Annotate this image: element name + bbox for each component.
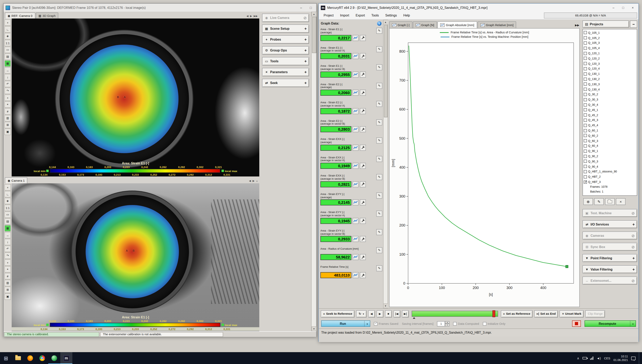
undo-icon[interactable]: ↶ [4, 81, 11, 87]
more-tabs-icon[interactable]: ▶▶ [575, 24, 579, 28]
point-filtering-button[interactable]: ▼ Point Filtering + [582, 254, 637, 262]
edit-value-button[interactable]: ✎ [376, 64, 382, 70]
project-checkbox[interactable] [584, 31, 587, 34]
tile-windows-icon[interactable]: ⊞ [4, 286, 11, 293]
project-checkbox[interactable] [584, 129, 587, 132]
project-checkbox[interactable] [584, 175, 587, 178]
project-checkbox[interactable] [584, 67, 587, 70]
crosshair-icon[interactable]: ⌖ [4, 101, 11, 108]
project-item[interactable]: Q_105_3 [584, 40, 637, 46]
dropdown-arrow-icon[interactable]: ▾ [630, 321, 636, 326]
project-checkbox[interactable] [584, 36, 587, 40]
chrome-button[interactable] [36, 352, 48, 364]
clock[interactable]: 10:11 01.06.2021 [614, 354, 628, 362]
parameters-button[interactable]: × Parameters + [262, 68, 309, 76]
delete-project-button[interactable]: × [616, 198, 626, 205]
project-checkbox[interactable] [584, 98, 587, 101]
flip-vertical-icon[interactable]: ↕ [4, 239, 11, 245]
maximize-button[interactable]: □ [306, 4, 316, 11]
redo-icon[interactable]: ↷ [4, 252, 11, 259]
project-checkbox[interactable] [584, 134, 587, 137]
recompute-button[interactable]: Recompute ▾ [584, 320, 636, 327]
edit-project-button[interactable]: ✎ [594, 198, 604, 205]
edit-value-button[interactable]: ✎ [376, 211, 382, 217]
edit-value-button[interactable]: ✎ [376, 28, 382, 34]
project-item[interactable]: Q_120_2 [584, 56, 637, 61]
table-icon[interactable]: ▥ [4, 115, 11, 122]
add-probe-icon[interactable]: + [4, 259, 11, 266]
edit-value-button[interactable]: ✎ [376, 82, 382, 89]
flip-horizontal-icon[interactable]: ↔ [4, 232, 11, 238]
edit-value-button[interactable]: ✎ [376, 101, 382, 107]
plot-toggle-button[interactable] [352, 108, 358, 114]
plot-toggle-button[interactable] [352, 71, 358, 78]
saving-interval-stepper[interactable]: 1 ▲ ▼ [437, 321, 450, 326]
project-item[interactable]: Q_120_4 [584, 66, 637, 71]
value-settings-button[interactable] [360, 272, 366, 278]
seek-button[interactable]: ⇄ Seek + [262, 79, 309, 87]
project-checkbox[interactable] [584, 78, 587, 80]
project-checkbox[interactable] [584, 139, 587, 142]
firefox-button[interactable] [24, 352, 36, 364]
snapshot-icon[interactable]: ▣ [4, 129, 11, 135]
flip-vertical-icon[interactable]: ↕ [4, 74, 11, 80]
project-checkbox[interactable] [584, 144, 587, 148]
unset-mark-button[interactable]: × Unset Mark [560, 310, 584, 317]
menu-item[interactable]: Project [320, 12, 337, 19]
clip-range-button[interactable]: Clip Range [585, 310, 605, 317]
project-item[interactable]: Q_30_2 [584, 92, 637, 97]
project-item[interactable]: Q_30_3 [584, 97, 637, 102]
mercury-taskbar-button[interactable]: m [60, 352, 72, 364]
edit-value-button[interactable]: ✎ [376, 138, 382, 144]
table-icon[interactable]: ▥ [4, 280, 11, 286]
scrollbar-thumb[interactable] [384, 25, 387, 118]
notification-icon[interactable] [631, 356, 636, 360]
edit-value-button[interactable]: ✎ [376, 192, 382, 198]
graph-tab[interactable]: Graph [-] [389, 21, 412, 28]
redo-icon[interactable]: ↷ [4, 88, 11, 94]
graph-data-scrollbar[interactable]: ▲ ▼ [383, 20, 388, 308]
project-item[interactable]: Q_30_4 [584, 102, 637, 107]
dropdown-arrow-icon[interactable]: ▾ [364, 321, 370, 326]
measure-icon[interactable]: ∟ [4, 26, 11, 32]
record-button[interactable] [572, 320, 581, 327]
edit-value-button[interactable]: ✎ [376, 248, 382, 254]
project-item[interactable]: Q_90_2 [584, 154, 637, 159]
collapse-projects-button[interactable]: − [630, 20, 637, 28]
saving-interval-value[interactable]: 1 [437, 321, 445, 326]
project-item[interactable]: Q_HBT_2 [584, 174, 637, 180]
zoom-one-to-one-icon[interactable]: 1:1 [4, 40, 11, 46]
project-item[interactable]: Q_130_3 [584, 82, 637, 87]
first-frame-button[interactable]: |◀ [393, 310, 400, 317]
edit-value-button[interactable]: ✎ [376, 266, 382, 272]
value-settings-button[interactable] [360, 144, 366, 150]
value-settings-button[interactable] [360, 218, 366, 224]
project-item[interactable]: Q_60_2 [584, 133, 637, 138]
snapshot-icon[interactable]: ▣ [4, 294, 11, 300]
scroll-down-icon[interactable]: ▼ [383, 304, 388, 308]
project-item[interactable]: Q_HBT_3 [584, 179, 637, 184]
project-item[interactable]: Q_120_1 [584, 51, 637, 56]
project-item[interactable]: Q_130_2 [584, 76, 637, 82]
project-checkbox[interactable] [584, 180, 587, 184]
project-item[interactable]: Q_90_4 [584, 164, 637, 169]
menu-item[interactable]: Settings [382, 12, 400, 19]
project-checkbox[interactable] [584, 57, 587, 60]
project-checkbox[interactable] [584, 103, 587, 106]
extensometer-button[interactable]: ↔ Extensomet... ⊘ [582, 276, 637, 284]
projects-header-button[interactable]: ▤ Projects [582, 20, 629, 28]
sync-box-button[interactable]: ⊞ Sync Box ⊘ [582, 243, 637, 251]
project-checkbox[interactable] [584, 160, 587, 163]
test-machine-button[interactable]: ▣ Test. Machine ⊘ [582, 209, 637, 217]
project-checkbox[interactable] [584, 52, 587, 55]
pan-icon[interactable]: ◈ [4, 198, 11, 204]
menu-item[interactable]: Tools [368, 12, 382, 19]
graph-tab[interactable]: Graph Absolute [mm] [438, 21, 477, 28]
language-indicator[interactable]: CES [604, 356, 610, 360]
scroll-down-icon[interactable]: ▼ [311, 326, 316, 331]
battery-icon[interactable] [582, 357, 587, 360]
checkbox-icon[interactable] [453, 322, 457, 326]
scene-setup-button[interactable]: ▦ Scene Setup + [262, 24, 309, 33]
tab-close-icon[interactable]: × [256, 180, 258, 182]
file-explorer-button[interactable] [12, 352, 24, 364]
